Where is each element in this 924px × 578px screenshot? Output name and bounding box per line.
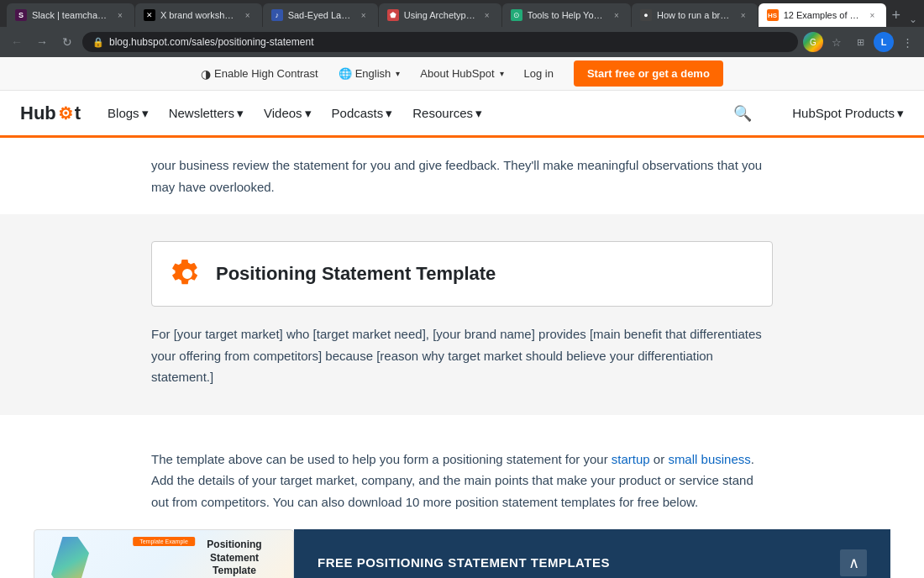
address-bar[interactable]: 🔒 blog.hubspot.com/sales/positioning-sta… (82, 32, 798, 52)
google-account-icon[interactable]: G (803, 32, 823, 52)
small-business-link[interactable]: small business (668, 452, 750, 466)
language-chevron-icon: ▾ (396, 69, 400, 78)
tab-3[interactable]: ♪ Sad-Eyed Lady of... × (263, 3, 378, 27)
login-link[interactable]: Log in (524, 67, 554, 80)
bottom-cta-section: Template Example Positioning Statement T… (0, 529, 924, 578)
article-text-section: your business review the statement for y… (118, 138, 806, 197)
nav-links: Blogs ▾ Newsletters ▾ Videos ▾ Podcasts … (108, 106, 706, 121)
tab-7-active[interactable]: HS 12 Examples of Positi... × (759, 3, 887, 27)
tab-bar: S Slack | teamchat | Qu... × ✕ X brand w… (0, 0, 924, 27)
nav-blogs[interactable]: Blogs ▾ (108, 106, 149, 121)
contrast-label: Enable High Contrast (214, 67, 318, 80)
close-tab-6[interactable]: × (738, 9, 749, 21)
profiles-icon[interactable]: ⊞ (850, 32, 870, 52)
cta-card-text: FREE POSITIONING STATEMENT TEMPLATES (318, 554, 827, 571)
more-options-icon[interactable]: ⋮ (897, 32, 917, 52)
nav-podcasts[interactable]: Podcasts ▾ (332, 106, 393, 121)
user-avatar[interactable]: L (874, 32, 894, 52)
logo-sprocket: ⚙ (58, 105, 73, 122)
close-tab-3[interactable]: × (358, 9, 370, 21)
language-selector[interactable]: 🌐 English ▾ (339, 67, 401, 80)
template-preview-image: Template Example Positioning Statement T… (34, 529, 294, 578)
tab-4[interactable]: ⬟ Using Archetypes to... × (379, 3, 501, 27)
template-box: Positioning Statement Template (151, 241, 773, 307)
hubspot-logo[interactable]: Hub⚙t (20, 102, 81, 124)
hubspot-sprocket-icon (172, 259, 202, 289)
forward-button[interactable]: → (32, 32, 52, 52)
nav-videos[interactable]: Videos ▾ (264, 106, 312, 121)
body-paragraph: The template above can be used to help y… (151, 449, 773, 513)
close-tab-4[interactable]: × (481, 9, 493, 21)
article-body: your business review the statement for y… (0, 138, 924, 578)
expand-chevron-icon: ∧ (848, 554, 859, 572)
back-button[interactable]: ← (7, 32, 27, 52)
close-tab-7[interactable]: × (866, 9, 878, 21)
products-nav-link[interactable]: HubSpot Products ▾ (792, 106, 904, 121)
tab-overflow-button[interactable]: ⌄ (909, 13, 917, 25)
about-label: About HubSpot (420, 67, 494, 80)
podcasts-chevron-icon: ▾ (386, 106, 392, 121)
about-hubspot-link[interactable]: About HubSpot ▾ (420, 67, 503, 80)
search-button[interactable]: 🔍 (733, 104, 752, 123)
bookmark-icon[interactable]: ☆ (827, 32, 847, 52)
tab-6[interactable]: ● How to run a brand s... × (632, 3, 758, 27)
main-nav: Hub⚙t Blogs ▾ Newsletters ▾ Videos ▾ Pod… (0, 91, 924, 138)
tab-1[interactable]: S Slack | teamchat | Qu... × (7, 3, 134, 27)
cta-expand-button[interactable]: ∧ (840, 549, 867, 576)
resources-chevron-icon: ▾ (475, 106, 482, 121)
about-chevron-icon: ▾ (500, 69, 504, 78)
nav-resources[interactable]: Resources ▾ (412, 106, 482, 121)
template-description: For [your target market] who [target mar… (151, 323, 773, 388)
startup-link[interactable]: startup (612, 452, 650, 466)
lock-icon: 🔒 (92, 37, 104, 48)
utility-bar: ◑ Enable High Contrast 🌐 English ▾ About… (0, 57, 924, 91)
videos-chevron-icon: ▾ (305, 106, 312, 121)
tab-2[interactable]: ✕ X brand workshop ex... × (135, 3, 262, 27)
cta-card[interactable]: FREE POSITIONING STATEMENT TEMPLATES ∧ (294, 529, 890, 578)
contrast-toggle[interactable]: ◑ Enable High Contrast (201, 67, 318, 81)
newsletters-chevron-icon: ▾ (237, 106, 244, 121)
page-content: ◑ Enable High Contrast 🌐 English ▾ About… (0, 57, 924, 578)
intro-paragraph: your business review the statement for y… (151, 155, 773, 197)
products-chevron-icon: ▾ (897, 106, 904, 121)
preview-title-line1: Positioning Statement (184, 539, 285, 565)
new-tab-button[interactable]: + (887, 5, 905, 25)
close-tab-2[interactable]: × (242, 9, 254, 21)
close-tab-5[interactable]: × (611, 9, 622, 21)
refresh-button[interactable]: ↻ (57, 32, 77, 52)
template-box-section: Positioning Statement Template For [your… (0, 214, 924, 415)
body-text-section: The template above can be used to help y… (118, 432, 806, 513)
blogs-chevron-icon: ▾ (142, 106, 149, 121)
preview-title-line2: Template (184, 565, 285, 578)
template-box-title: Positioning Statement Template (216, 263, 496, 285)
nav-newsletters[interactable]: Newsletters ▾ (169, 106, 244, 121)
globe-icon: 🌐 (339, 67, 352, 80)
login-label: Log in (524, 67, 554, 80)
tab-5[interactable]: ⊙ Tools to Help You Fac... × (502, 3, 631, 27)
close-tab-1[interactable]: × (114, 9, 126, 21)
contrast-icon: ◑ (201, 67, 211, 81)
language-label: English (355, 67, 391, 80)
start-free-button[interactable]: Start free or get a demo (574, 60, 723, 87)
url-text: blog.hubspot.com/sales/positioning-state… (109, 36, 313, 48)
browser-chrome: S Slack | teamchat | Qu... × ✕ X brand w… (0, 0, 924, 57)
